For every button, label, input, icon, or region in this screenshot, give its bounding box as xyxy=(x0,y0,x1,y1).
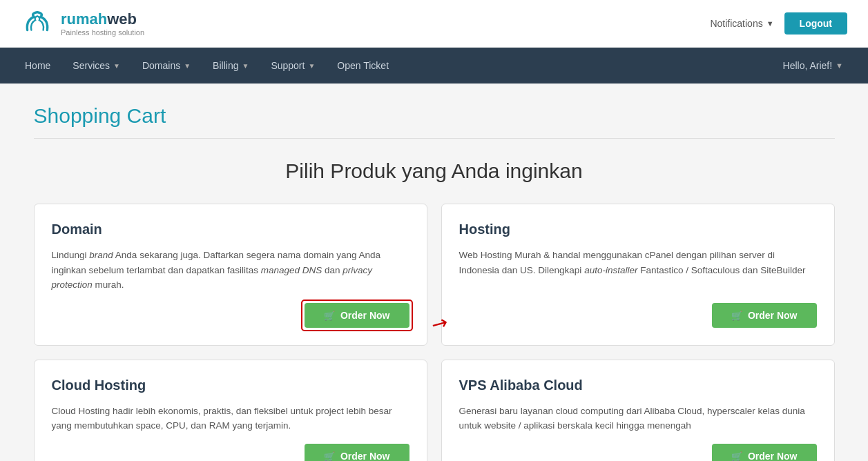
notifications-caret-icon: ▼ xyxy=(766,19,774,28)
services-caret-icon: ▼ xyxy=(113,62,120,70)
user-caret-icon: ▼ xyxy=(836,61,843,70)
nav-item-domains[interactable]: Domains ▼ xyxy=(131,48,202,84)
logo-tagline: Painless hosting solution xyxy=(61,28,144,37)
hosting-order-label: Order Now xyxy=(748,310,798,321)
cloud-hosting-card-description: Cloud Hosting hadir lebih ekonomis, prak… xyxy=(52,404,409,433)
hosting-card: Hosting Web Hosting Murah & handal mengg… xyxy=(441,204,835,346)
hosting-card-description: Web Hosting Murah & handal menggunakan c… xyxy=(459,248,817,293)
vps-alibaba-card: VPS Alibaba Cloud Generasi baru layanan … xyxy=(441,360,835,461)
nav-item-home[interactable]: Home xyxy=(14,48,61,84)
header: rumahweb Painless hosting solution Notif… xyxy=(0,0,868,48)
navbar: Home Services ▼ Domains ▼ Billing ▼ Supp… xyxy=(0,48,868,84)
nav-label-services: Services xyxy=(73,60,110,71)
domain-order-btn-wrapper: Order Now ↗ xyxy=(305,303,409,328)
nav-user-greeting[interactable]: Hello, Arief! ▼ xyxy=(772,48,854,84)
nav-item-services[interactable]: Services ▼ xyxy=(61,48,131,84)
vps-alibaba-card-footer: Order Now xyxy=(459,444,817,461)
domain-card-footer: Order Now ↗ xyxy=(52,303,409,328)
cloud-hosting-order-label: Order Now xyxy=(340,451,390,461)
nav-label-billing: Billing xyxy=(213,60,238,71)
nav-item-open-ticket[interactable]: Open Ticket xyxy=(326,48,400,84)
hosting-card-footer: Order Now xyxy=(459,303,817,328)
domain-order-button[interactable]: Order Now xyxy=(305,303,409,328)
section-heading: Pilih Produk yang Anda inginkan xyxy=(34,159,835,183)
domain-card: Domain Lindungi brand Anda sekarang juga… xyxy=(34,204,427,346)
logout-button[interactable]: Logout xyxy=(784,12,847,35)
cloud-hosting-card-title: Cloud Hosting xyxy=(52,377,409,393)
cloud-hosting-card-footer: Order Now xyxy=(52,444,409,461)
cart-icon xyxy=(324,310,335,321)
notifications-button[interactable]: Notifications ▼ xyxy=(710,18,773,29)
vps-alibaba-card-title: VPS Alibaba Cloud xyxy=(459,377,817,393)
domain-card-title: Domain xyxy=(52,222,409,237)
user-greeting-label: Hello, Arief! xyxy=(783,60,833,71)
cloud-hosting-order-button[interactable]: Order Now xyxy=(305,444,409,461)
navbar-left: Home Services ▼ Domains ▼ Billing ▼ Supp… xyxy=(14,48,400,84)
vps-alibaba-order-label: Order Now xyxy=(748,451,798,461)
logo-area: rumahweb Painless hosting solution xyxy=(21,7,144,40)
hosting-order-button[interactable]: Order Now xyxy=(712,303,817,328)
cart-icon xyxy=(731,310,742,321)
cart-icon xyxy=(324,451,335,461)
billing-caret-icon: ▼ xyxy=(242,62,249,70)
domains-caret-icon: ▼ xyxy=(184,62,191,70)
nav-item-billing[interactable]: Billing ▼ xyxy=(202,48,260,84)
logo-icon xyxy=(21,7,54,40)
header-right: Notifications ▼ Logout xyxy=(710,12,847,35)
nav-item-support[interactable]: Support ▼ xyxy=(260,48,326,84)
hosting-card-title: Hosting xyxy=(459,222,817,237)
logo-text: rumahweb Painless hosting solution xyxy=(61,10,144,37)
page-title: Shopping Cart xyxy=(34,104,835,139)
nav-label-home: Home xyxy=(25,60,50,71)
main-content: Shopping Cart Pilih Produk yang Anda ing… xyxy=(20,84,849,461)
cart-icon xyxy=(731,451,742,461)
logo-name: rumahweb xyxy=(61,10,144,28)
nav-label-domains: Domains xyxy=(142,60,180,71)
nav-label-open-ticket: Open Ticket xyxy=(337,60,389,71)
cloud-hosting-card: Cloud Hosting Cloud Hosting hadir lebih … xyxy=(34,360,427,461)
notifications-label: Notifications xyxy=(710,18,762,29)
vps-alibaba-card-description: Generasi baru layanan cloud computing da… xyxy=(459,404,817,433)
support-caret-icon: ▼ xyxy=(308,62,315,70)
domain-card-description: Lindungi brand Anda sekarang juga. Dafta… xyxy=(52,248,409,293)
domain-order-label: Order Now xyxy=(340,310,390,321)
cards-grid: Domain Lindungi brand Anda sekarang juga… xyxy=(34,204,835,461)
nav-label-support: Support xyxy=(271,60,305,71)
vps-alibaba-order-button[interactable]: Order Now xyxy=(712,444,817,461)
